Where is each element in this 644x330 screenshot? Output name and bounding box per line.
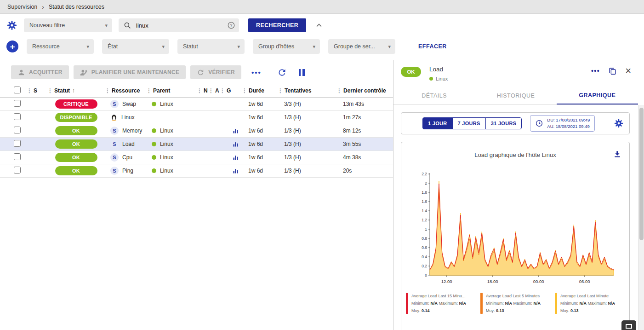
drag-handle-icon[interactable]: ⋮ [336,87,342,94]
column-header-tries[interactable]: ⋮Tentatives [278,87,336,94]
panel-body: 1 JOUR 7 JOURS 31 JOURS DU: 17/08/2021 0… [393,105,638,330]
downtime-button[interactable]: PLANIFIER UNE MAINTENANCE [74,65,186,79]
select-all-checkbox[interactable] [14,87,21,93]
parent-name[interactable]: Linux [160,141,173,147]
row-checkbox[interactable] [14,113,21,120]
column-header-parent[interactable]: ⋮Parent [146,87,197,94]
svg-text:12:00: 12:00 [441,279,452,284]
panel-more-icon[interactable]: ••• [591,67,600,75]
graph-icon[interactable] [232,168,239,174]
drag-handle-icon[interactable]: ⋮ [146,87,152,94]
table-row[interactable]: OK SMemory Linux 1w 6d 1/3 (H) 8m 12s [0,124,393,138]
graph-settings-gear-icon[interactable] [614,118,624,128]
resource-name[interactable]: Swap [122,101,136,107]
scrollbar-thumb[interactable] [639,108,644,240]
graph-icon[interactable] [232,141,239,148]
drag-handle-icon[interactable]: ⋮ [105,87,110,94]
add-criteria-button[interactable]: + [6,41,18,52]
column-header-last-check[interactable]: ⋮Dernier contrôle [336,87,393,94]
drag-handle-icon[interactable]: ⋮ [47,87,53,94]
panel-subtitle[interactable]: Linux [436,76,448,81]
row-checkbox[interactable] [14,167,21,174]
clear-filters-button[interactable]: EFFACER [416,43,450,50]
drag-handle-icon[interactable]: ⋮ [208,87,214,94]
parent-name[interactable]: Linux [160,101,173,107]
tab-details[interactable]: DÉTAILS [393,87,475,104]
table-row[interactable]: OK SLoad Linux 1w 6d 1/3 (H) 3m 55s [0,138,393,151]
column-header-a[interactable]: ⋮A [208,87,220,94]
svg-text:1.4: 1.4 [422,208,427,213]
download-icon[interactable] [613,150,622,160]
column-header-duration[interactable]: ⋮Durée [242,87,278,94]
copy-link-icon[interactable] [608,67,617,75]
criteria-status-select[interactable]: Statut▾ [177,39,245,54]
table-row[interactable]: OK SPing Linux 1w 6d 1/3 (H) 20s [0,164,393,178]
tab-history[interactable]: HISTORIQUE [475,87,556,104]
row-checkbox[interactable] [14,100,21,107]
svg-text:06:00: 06:00 [579,279,590,284]
criteria-hostgroup-select[interactable]: Group d'hôtes▾ [253,39,320,54]
check-button[interactable]: VÉRIFIER [190,65,241,79]
graph-icon[interactable] [232,127,239,134]
legend-item[interactable]: Average Load Last 5 Minutes Minimum: N/A… [480,293,551,314]
resource-name[interactable]: Linux [121,114,135,121]
help-icon[interactable]: ? [227,21,235,29]
drag-handle-icon[interactable]: ⋮ [278,87,283,94]
close-icon[interactable]: × [625,66,631,76]
date-from: DU: 17/08/2021 09:49 [547,117,590,123]
row-checkbox[interactable] [14,127,21,133]
drag-handle-icon[interactable]: ⋮ [242,87,247,94]
range-1day-button[interactable]: 1 JOUR [422,117,453,129]
filter-gear-icon[interactable] [6,20,17,31]
tab-graph[interactable]: GRAPHIQUE [557,87,638,104]
column-header-g[interactable]: ⋮G [220,87,242,94]
drag-handle-icon[interactable]: ⋮ [220,87,225,94]
panel-scrollbar[interactable] [638,105,644,330]
column-header-severity[interactable]: ⋮S [27,87,47,94]
chevron-down-icon: ▾ [388,44,391,50]
legend-color-bar [555,293,557,314]
date-range-picker[interactable]: DU: 17/08/2021 09:49 AU: 18/08/2021 09:4… [530,115,595,132]
saved-filter-select[interactable]: Nouveau filtre ▾ [24,18,112,32]
column-header-n[interactable]: ⋮N [197,87,208,94]
parent-name[interactable]: Linux [160,127,173,134]
resource-name[interactable]: Ping [122,168,133,174]
refresh-icon[interactable] [277,68,287,77]
table-row[interactable]: OK SCpu Linux 1w 6d 1/3 (H) 4m 38s [0,151,393,164]
legend-item[interactable]: Average Load Last 15 Minu... Minimum: N/… [406,293,477,314]
row-checkbox[interactable] [14,140,21,147]
criteria-resource-select[interactable]: Ressource▾ [27,39,94,54]
resource-name[interactable]: Cpu [122,154,132,161]
legend-item[interactable]: Average Load Last Minute Minimum: N/A Ma… [555,293,626,314]
collapse-filters-icon[interactable] [314,21,324,30]
table-row[interactable]: CRITIQUE SSwap Linux 1w 6d 3/3 (H) 13m 4… [0,98,393,111]
pause-icon[interactable] [299,69,305,76]
column-header-status[interactable]: ⋮Statut↑ [47,87,105,94]
row-checkbox[interactable] [14,153,21,160]
range-7days-button[interactable]: 7 JOURS [452,117,486,129]
parent-name[interactable]: Linux [160,168,173,174]
fullscreen-button[interactable] [621,320,636,330]
criteria-state-select[interactable]: État▾ [102,39,169,54]
search-input[interactable] [135,22,223,29]
parent-name[interactable]: Linux [160,154,173,161]
table-toolbar: ACQUITTER PLANIFIER UNE MAINTENANCE VÉRI… [0,60,393,83]
search-button[interactable]: RECHERCHER [248,18,306,32]
drag-handle-icon[interactable]: ⋮ [27,87,32,94]
column-header-resource[interactable]: ⋮Ressource [105,87,146,94]
table-row[interactable]: DISPONIBLE Linux 1w 6d 1/3 (H) 1m 27s [0,111,393,124]
legend-color-bar [480,293,483,314]
graph-icon[interactable] [232,154,239,161]
breadcrumb-item-supervision[interactable]: Supervision [7,4,37,10]
resource-name[interactable]: Memory [122,127,142,134]
more-actions-icon[interactable]: ••• [251,69,262,76]
duration-cell: 1w 6d [242,114,278,121]
drag-handle-icon[interactable]: ⋮ [197,87,202,94]
resource-name[interactable]: Load [122,141,135,147]
host-status-dot [152,142,156,146]
linux-penguin-icon [110,114,118,121]
acknowledge-button[interactable]: ACQUITTER [11,65,69,79]
breadcrumb-item-current[interactable]: Statut des ressources [49,4,104,10]
range-31days-button[interactable]: 31 JOURS [485,117,522,129]
criteria-servicegroup-select[interactable]: Groupe de ser...▾ [328,39,395,54]
